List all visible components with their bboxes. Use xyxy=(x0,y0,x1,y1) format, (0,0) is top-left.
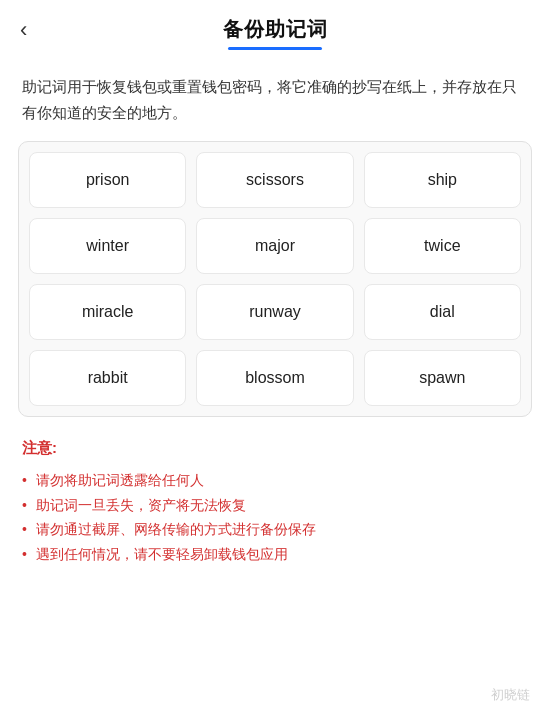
notice-item-4: 遇到任何情况，请不要轻易卸载钱包应用 xyxy=(22,542,528,567)
back-button[interactable]: ‹ xyxy=(20,19,27,41)
mnemonic-word-9: dial xyxy=(364,284,521,340)
description-text: 助记词用于恢复钱包或重置钱包密码，将它准确的抄写在纸上，并存放在只有你知道的安全… xyxy=(0,60,550,141)
title-underline xyxy=(228,47,323,50)
mnemonic-word-5: major xyxy=(196,218,353,274)
mnemonic-word-11: blossom xyxy=(196,350,353,406)
notice-item-1: 请勿将助记词透露给任何人 xyxy=(22,468,528,493)
mnemonic-word-10: rabbit xyxy=(29,350,186,406)
mnemonic-word-2: scissors xyxy=(196,152,353,208)
mnemonic-grid: prisonscissorsshipwintermajortwicemiracl… xyxy=(29,152,521,406)
mnemonic-word-8: runway xyxy=(196,284,353,340)
notice-item-2: 助记词一旦丢失，资产将无法恢复 xyxy=(22,493,528,518)
notice-title: 注意: xyxy=(22,439,528,458)
page-title: 备份助记词 xyxy=(223,16,328,43)
mnemonic-word-7: miracle xyxy=(29,284,186,340)
mnemonic-container: prisonscissorsshipwintermajortwicemiracl… xyxy=(18,141,532,417)
notice-item-3: 请勿通过截屏、网络传输的方式进行备份保存 xyxy=(22,517,528,542)
mnemonic-word-3: ship xyxy=(364,152,521,208)
mnemonic-word-12: spawn xyxy=(364,350,521,406)
mnemonic-word-4: winter xyxy=(29,218,186,274)
mnemonic-word-6: twice xyxy=(364,218,521,274)
header: ‹ 备份助记词 xyxy=(0,0,550,60)
mnemonic-word-1: prison xyxy=(29,152,186,208)
watermark: 初晓链 xyxy=(491,686,530,704)
header-title-wrap: 备份助记词 xyxy=(223,16,328,50)
notice-list: 请勿将助记词透露给任何人助记词一旦丢失，资产将无法恢复请勿通过截屏、网络传输的方… xyxy=(22,468,528,566)
notice-section: 注意: 请勿将助记词透露给任何人助记词一旦丢失，资产将无法恢复请勿通过截屏、网络… xyxy=(0,417,550,586)
